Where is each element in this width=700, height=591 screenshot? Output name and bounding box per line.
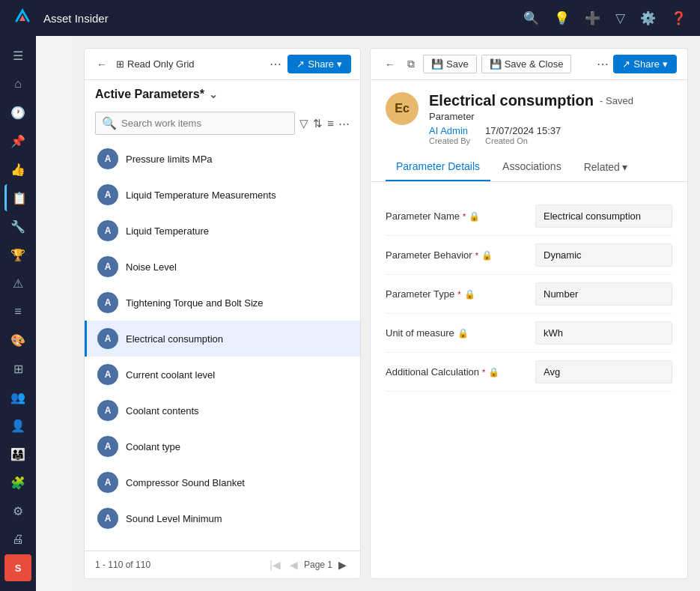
search-icon: 🔍 xyxy=(102,116,117,130)
search-input[interactable] xyxy=(121,118,288,129)
list-item[interactable]: A Coolant contents xyxy=(85,393,360,428)
pagination-range: 1 - 110 of 110 xyxy=(95,560,150,570)
tab-related[interactable]: Related ▾ xyxy=(573,153,638,181)
avatar: A xyxy=(97,148,118,169)
search-bar: 🔍 ▽ ⇅ ≡ ⋯ xyxy=(85,109,360,141)
item-name: Coolant type xyxy=(126,441,180,452)
nav-alert[interactable]: ⚠ xyxy=(4,270,31,297)
field-value-additional-calculation: Avg xyxy=(535,360,672,384)
avatar: A xyxy=(97,220,118,241)
field-value-parameter-behavior: Dynamic xyxy=(535,243,672,267)
field-label-additional-calculation: Additional Calculation * 🔒 xyxy=(386,366,535,378)
label-text: Parameter Type xyxy=(386,288,454,300)
nav-user2[interactable]: S xyxy=(4,554,31,581)
nav-people[interactable]: 👨‍👩‍👧 xyxy=(4,440,31,467)
meta-created-on: 17/07/2024 15:37 Created On xyxy=(485,125,561,145)
nav-home[interactable]: ⌂ xyxy=(4,70,31,97)
nav-print[interactable]: 🖨 xyxy=(4,526,31,553)
nav-user[interactable]: 👤 xyxy=(4,412,31,439)
more-icon[interactable]: ⋯ xyxy=(338,117,350,130)
left-nav: ☰ ⌂ 🕐 📌 👍 📋 🔧 🏆 ⚠ ≡ 🎨 ⊞ 👥 👤 👨‍👩‍👧 🧩 ⚙ 🖨 … xyxy=(0,36,36,591)
detail-toolbar: ← ⧉ 💾 Save 💾 Save & Close ⋯ ↗ Share ▾ xyxy=(371,49,687,80)
tab-parameter-details[interactable]: Parameter Details xyxy=(386,153,490,181)
list-item[interactable]: A Noise Level xyxy=(85,249,360,285)
list-item[interactable]: A Liquid Temperature Measurements xyxy=(85,177,360,213)
form-row-parameter-type: Parameter Type * 🔒 Number xyxy=(386,275,672,314)
field-label-parameter-type: Parameter Type * 🔒 xyxy=(386,288,535,300)
nav-grid2[interactable]: ⊞ xyxy=(4,355,31,382)
lock-icon: 🔒 xyxy=(488,367,499,378)
item-name: Tightening Torque and Bolt Size xyxy=(126,297,264,309)
field-label-parameter-name: Parameter Name * 🔒 xyxy=(386,210,535,222)
plus-icon[interactable]: ➕ xyxy=(580,7,605,29)
share-label: Share xyxy=(308,58,334,70)
save-close-button[interactable]: 💾 Save & Close xyxy=(481,55,572,73)
view-icon[interactable]: ≡ xyxy=(327,117,334,130)
read-only-grid-button[interactable]: ⊞ Read Only Grid xyxy=(116,58,195,70)
list-item[interactable]: A Compressor Sound Blanket xyxy=(85,464,360,500)
list-item-selected[interactable]: A Electrical consumption xyxy=(85,321,360,357)
nav-gear[interactable]: ⚙ xyxy=(4,497,31,524)
item-name: Pressure limits MPa xyxy=(126,154,213,165)
avatar: A xyxy=(97,436,118,457)
nav-award[interactable]: 🏆 xyxy=(4,241,31,268)
detail-share-button[interactable]: ↗ Share ▾ xyxy=(613,55,677,73)
record-title: Electrical consumption xyxy=(429,92,594,109)
idea-icon[interactable]: 💡 xyxy=(550,7,574,29)
back-button[interactable]: ← xyxy=(94,57,110,72)
share-icon: ↗ xyxy=(296,58,305,70)
list-item[interactable]: A Sound Level Minimum xyxy=(85,500,360,536)
grid-label: Read Only Grid xyxy=(127,58,195,70)
lock-icon: 🔒 xyxy=(457,328,469,339)
label-text: Parameter Behavior xyxy=(386,249,472,261)
list-item[interactable]: A Pressure limits MPa xyxy=(85,141,360,177)
item-name: Electrical consumption xyxy=(126,333,223,345)
record-header: Ec Electrical consumption - Saved Parame… xyxy=(371,80,687,145)
nav-list[interactable]: ≡ xyxy=(4,298,31,325)
item-name: Sound Level Minimum xyxy=(126,513,222,524)
save-button[interactable]: 💾 Save xyxy=(423,55,477,73)
list-item[interactable]: A Current coolant level xyxy=(85,357,360,393)
nav-thumb[interactable]: 👍 xyxy=(4,156,31,183)
panel-more-button[interactable]: ⋯ xyxy=(270,57,281,71)
label-text: Unit of measure xyxy=(386,327,454,339)
share-button[interactable]: ↗ Share ▾ xyxy=(287,55,351,73)
detail-more-button[interactable]: ⋯ xyxy=(597,57,609,71)
search-icon[interactable]: 🔍 xyxy=(519,7,544,29)
required-star: * xyxy=(457,290,460,299)
filter-icon[interactable]: ▽ xyxy=(611,7,630,29)
detail-back-button[interactable]: ← xyxy=(381,56,399,73)
tabs-row: Parameter Details Associations Related ▾ xyxy=(371,153,687,182)
nav-puzzle[interactable]: 🧩 xyxy=(4,469,31,496)
field-label-parameter-behavior: Parameter Behavior * 🔒 xyxy=(386,249,535,261)
prev-page-button[interactable]: ◀ xyxy=(287,557,301,572)
detail-window-button[interactable]: ⧉ xyxy=(404,55,419,73)
list-item[interactable]: A Coolant type xyxy=(85,428,360,464)
filter-icon[interactable]: ▽ xyxy=(299,117,308,130)
field-value-unit-of-measure: kWh xyxy=(535,321,672,345)
nav-tool[interactable]: 🔧 xyxy=(4,213,31,240)
nav-recent[interactable]: 🕐 xyxy=(4,99,31,126)
nav-menu[interactable]: ☰ xyxy=(4,42,31,69)
first-page-button[interactable]: |◀ xyxy=(267,557,284,572)
search-input-wrapper[interactable]: 🔍 xyxy=(95,112,295,135)
list-item[interactable]: A Tightening Torque and Bolt Size xyxy=(85,285,360,321)
nav-asset[interactable]: 📋 xyxy=(4,184,31,211)
save-close-label: Save & Close xyxy=(505,58,564,70)
item-name: Current coolant level xyxy=(126,369,215,381)
lock-icon: 🔒 xyxy=(469,211,480,222)
settings-icon[interactable]: ⚙️ xyxy=(636,7,660,29)
nav-group[interactable]: 👥 xyxy=(4,384,31,410)
page-nav: |◀ ◀ Page 1 ▶ xyxy=(267,557,350,572)
sort-icon[interactable]: ⇅ xyxy=(313,117,323,130)
label-text: Additional Calculation xyxy=(386,366,479,378)
list-item[interactable]: A Liquid Temperature xyxy=(85,213,360,249)
tab-associations[interactable]: Associations xyxy=(492,153,572,181)
nav-palette[interactable]: 🎨 xyxy=(4,327,31,354)
nav-pin[interactable]: 📌 xyxy=(4,127,31,154)
help-icon[interactable]: ❓ xyxy=(666,7,691,29)
panel-title: Active Parameters* ⌄ xyxy=(85,80,360,109)
item-name: Noise Level xyxy=(126,261,177,273)
created-by-value[interactable]: AI Admin xyxy=(429,125,470,136)
next-page-button[interactable]: ▶ xyxy=(335,557,350,572)
